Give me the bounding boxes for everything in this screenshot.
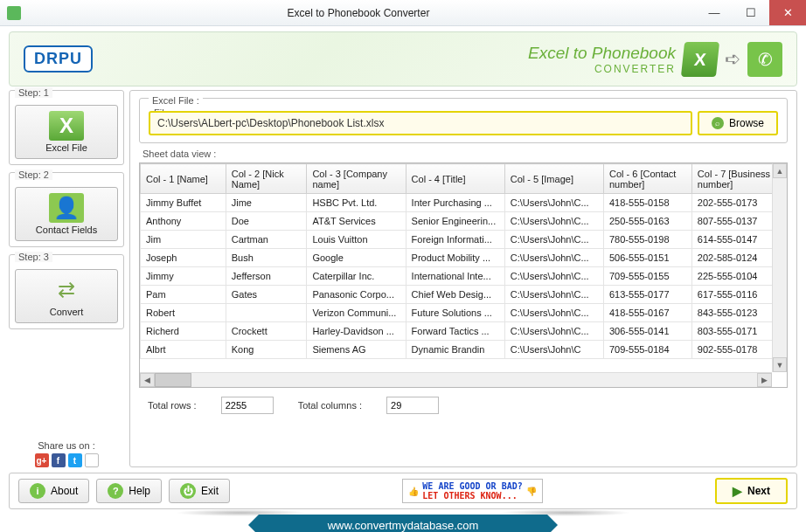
table-cell: Robert bbox=[141, 304, 226, 322]
exit-label: Exit bbox=[201, 485, 219, 497]
total-rows-label: Total rows : bbox=[148, 400, 197, 411]
table-cell: AT&T Services bbox=[307, 212, 406, 231]
table-cell: Foreign Informati... bbox=[406, 231, 504, 249]
next-button[interactable]: ▶Next bbox=[715, 478, 788, 504]
header-banner: DRPU Excel to Phonebook CONVERTER X ➪ ✆ bbox=[9, 31, 797, 86]
table-row[interactable]: AnthonyDoeAT&T ServicesSenior Engineerin… bbox=[141, 212, 787, 231]
facebook-icon[interactable]: f bbox=[52, 453, 66, 467]
step-1-legend: Step: 1 bbox=[15, 87, 52, 98]
table-row[interactable]: PamGatesPanasonic Corpo...Chief Web Desi… bbox=[141, 286, 787, 304]
scroll-up-icon[interactable]: ▲ bbox=[773, 163, 787, 178]
step-3-label: Convert bbox=[50, 307, 84, 317]
totals-row: Total rows : Total columns : bbox=[139, 397, 788, 414]
scroll-down-icon[interactable]: ▼ bbox=[773, 357, 787, 372]
file-path-input[interactable] bbox=[149, 111, 692, 135]
horizontal-scrollbar[interactable]: ◀ ▶ bbox=[140, 372, 772, 387]
step-excel-file-button[interactable]: X Excel File bbox=[15, 105, 118, 159]
table-cell: Harley-Davidson ... bbox=[307, 322, 406, 341]
power-icon: ⏻ bbox=[180, 483, 196, 499]
about-button[interactable]: iAbout bbox=[18, 479, 89, 503]
sheet-view-label: Sheet data view : bbox=[142, 149, 788, 159]
close-button[interactable]: ✕ bbox=[769, 0, 806, 25]
help-button[interactable]: ?Help bbox=[96, 479, 162, 503]
footer-url[interactable]: www.convertmydatabase.com bbox=[259, 515, 547, 532]
exit-button[interactable]: ⏻Exit bbox=[169, 479, 230, 503]
table-cell: Caterpillar Inc. bbox=[307, 267, 406, 286]
table-row[interactable]: AlbrtKongSiemens AGDynamic BrandinC:\Use… bbox=[141, 341, 787, 359]
feedback-line1: WE ARE GOOD OR BAD? bbox=[422, 481, 522, 491]
titlebar: Excel to Phonebook Converter — ☐ ✕ bbox=[0, 0, 806, 26]
column-header[interactable]: Col - 3 [Company name] bbox=[307, 164, 406, 194]
help-icon: ? bbox=[108, 483, 123, 499]
table-cell: Chief Web Desig... bbox=[406, 286, 504, 304]
app-icon bbox=[7, 6, 21, 20]
table-cell: C:\Users\John\C... bbox=[504, 249, 603, 267]
table-cell: 418-555-0167 bbox=[604, 304, 692, 322]
table-cell: Bush bbox=[226, 249, 307, 267]
table-cell: C:\Users\John\C bbox=[504, 341, 603, 359]
arrow-icon: ➪ bbox=[725, 48, 740, 71]
help-label: Help bbox=[129, 485, 150, 497]
share-section: Share us on : g+ f t d bbox=[9, 440, 124, 467]
sheet-table: Col - 1 [Name]Col - 2 [Nick Name]Col - 3… bbox=[139, 162, 788, 388]
google-plus-icon[interactable]: g+ bbox=[35, 453, 49, 467]
feedback-banner[interactable]: 👍 WE ARE GOOD OR BAD? LET OTHERS KNOW...… bbox=[402, 479, 542, 503]
footer-ribbon: www.convertmydatabase.com bbox=[0, 515, 806, 532]
table-cell: Panasonic Corpo... bbox=[307, 286, 406, 304]
excel-file-icon: X bbox=[49, 111, 84, 141]
share-label: Share us on : bbox=[9, 440, 124, 451]
minimize-button[interactable]: — bbox=[696, 0, 733, 25]
banner-title: Excel to Phonebook bbox=[528, 44, 676, 63]
scroll-left-icon[interactable]: ◀ bbox=[140, 373, 155, 387]
table-cell: HSBC Pvt. Ltd. bbox=[307, 194, 406, 212]
table-cell: Senior Engineerin... bbox=[406, 212, 504, 231]
table-cell: Cartman bbox=[226, 231, 307, 249]
table-row[interactable]: RicherdCrockettHarley-Davidson ...Forwar… bbox=[141, 322, 787, 341]
about-label: About bbox=[51, 485, 78, 497]
table-cell: Jimmy bbox=[141, 267, 226, 286]
table-row[interactable]: RobertVerizon Communi...Future Solutions… bbox=[141, 304, 787, 322]
digg-icon[interactable]: d bbox=[85, 453, 99, 467]
total-rows-value[interactable] bbox=[221, 397, 274, 414]
banner-subtitle: CONVERTER bbox=[528, 63, 676, 75]
column-header[interactable]: Col - 1 [Name] bbox=[141, 164, 226, 194]
excel-file-group: Excel File : File name ⌕ Browse bbox=[139, 98, 788, 143]
table-cell: Product Mobility ... bbox=[406, 249, 504, 267]
table-row[interactable]: JosephBushGoogleProduct Mobility ...C:\U… bbox=[141, 249, 787, 267]
scroll-right-icon[interactable]: ▶ bbox=[757, 373, 772, 387]
step-contact-fields-button[interactable]: 👤 Contact Fields bbox=[15, 187, 118, 241]
content-panel: Excel File : File name ⌕ Browse Sheet da… bbox=[129, 90, 797, 467]
vertical-scrollbar[interactable]: ▲ ▼ bbox=[772, 163, 787, 372]
table-cell: 306-555-0141 bbox=[604, 322, 692, 341]
column-header[interactable]: Col - 4 [Title] bbox=[406, 164, 504, 194]
table-cell: Doe bbox=[226, 212, 307, 231]
step-convert-button[interactable]: ⇄ Convert bbox=[15, 269, 118, 323]
scroll-thumb[interactable] bbox=[155, 373, 191, 387]
table-cell: 709-555-0155 bbox=[604, 267, 692, 286]
browse-button[interactable]: ⌕ Browse bbox=[698, 111, 778, 135]
contact-fields-icon: 👤 bbox=[49, 193, 84, 223]
step-3-group: Step: 3 ⇄ Convert bbox=[9, 254, 124, 329]
total-cols-value[interactable] bbox=[386, 397, 439, 414]
steps-sidebar: Step: 1 X Excel File Step: 2 👤 Contact F… bbox=[9, 90, 124, 467]
bottom-toolbar: iAbout ?Help ⏻Exit 👍 WE ARE GOOD OR BAD?… bbox=[9, 473, 797, 509]
table-cell: Jimmy Buffet bbox=[141, 194, 226, 212]
twitter-icon[interactable]: t bbox=[68, 453, 82, 467]
table-cell: C:\Users\John\C... bbox=[504, 304, 603, 322]
table-cell: 506-555-0151 bbox=[604, 249, 692, 267]
table-row[interactable]: JimmyJeffersonCaterpillar Inc.Internatio… bbox=[141, 267, 787, 286]
step-1-label: Excel File bbox=[45, 142, 87, 153]
column-header[interactable]: Col - 6 [Contact number] bbox=[604, 164, 692, 194]
maximize-button[interactable]: ☐ bbox=[733, 0, 769, 25]
table-cell: C:\Users\John\C... bbox=[504, 212, 603, 231]
table-cell: Future Solutions ... bbox=[406, 304, 504, 322]
table-cell: Siemens AG bbox=[307, 341, 406, 359]
window-title: Excel to Phonebook Converter bbox=[21, 7, 696, 19]
table-row[interactable]: Jimmy BuffetJimeHSBC Pvt. Ltd.Inter Purc… bbox=[141, 194, 787, 212]
column-header[interactable]: Col - 5 [Image] bbox=[504, 164, 603, 194]
column-header[interactable]: Col - 2 [Nick Name] bbox=[226, 164, 307, 194]
table-cell: Richerd bbox=[141, 322, 226, 341]
total-cols-label: Total columns : bbox=[298, 400, 362, 411]
table-row[interactable]: JimCartmanLouis VuittonForeign Informati… bbox=[141, 231, 787, 249]
table-cell: C:\Users\John\C... bbox=[504, 267, 603, 286]
